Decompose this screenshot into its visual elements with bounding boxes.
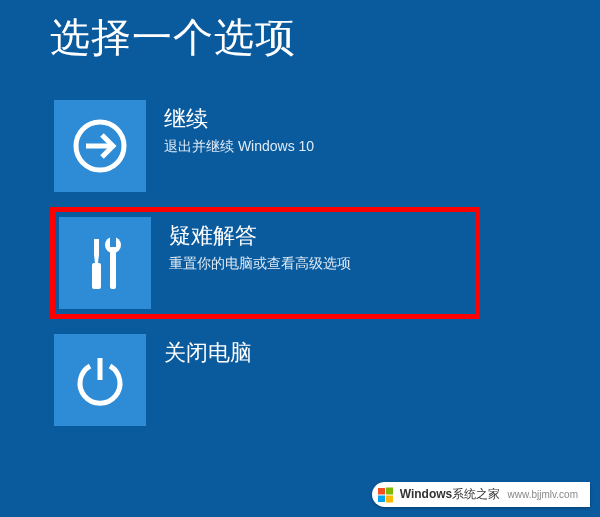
svg-rect-2 <box>94 239 99 255</box>
shutdown-tile <box>54 334 146 426</box>
option-text: 疑难解答 重置你的电脑或查看高级选项 <box>169 217 351 273</box>
option-subtitle: 重置你的电脑或查看高级选项 <box>169 255 351 273</box>
tools-icon <box>80 233 130 293</box>
option-title: 关闭电脑 <box>164 338 252 368</box>
continue-tile <box>54 100 146 192</box>
option-title: 疑难解答 <box>169 221 351 251</box>
watermark: Windows系统之家 www.bjjmlv.com <box>372 482 590 507</box>
watermark-url: www.bjjmlv.com <box>508 489 578 500</box>
svg-rect-13 <box>386 495 393 502</box>
option-text: 关闭电脑 <box>164 334 252 372</box>
watermark-suffix: 系统之家 <box>452 487 500 501</box>
svg-marker-3 <box>94 255 99 263</box>
svg-rect-12 <box>378 495 385 502</box>
watermark-brand: Windows <box>400 487 453 501</box>
option-title: 继续 <box>164 104 314 134</box>
watermark-text: Windows系统之家 www.bjjmlv.com <box>400 486 578 503</box>
option-troubleshoot[interactable]: 疑难解答 重置你的电脑或查看高级选项 <box>50 207 480 319</box>
option-shutdown[interactable]: 关闭电脑 <box>50 329 480 431</box>
svg-rect-7 <box>110 235 116 247</box>
windows-logo-icon <box>378 487 394 503</box>
option-list: 继续 退出并继续 Windows 10 <box>50 95 550 431</box>
svg-rect-11 <box>386 487 393 494</box>
svg-rect-8 <box>110 251 116 289</box>
arrow-right-icon <box>72 118 128 174</box>
option-subtitle: 退出并继续 Windows 10 <box>164 138 314 156</box>
power-icon <box>74 354 126 406</box>
page-title: 选择一个选项 <box>50 10 550 65</box>
troubleshoot-tile <box>59 217 151 309</box>
svg-rect-10 <box>378 488 385 495</box>
svg-rect-4 <box>92 263 101 289</box>
option-continue[interactable]: 继续 退出并继续 Windows 10 <box>50 95 480 197</box>
option-text: 继续 退出并继续 Windows 10 <box>164 100 314 156</box>
